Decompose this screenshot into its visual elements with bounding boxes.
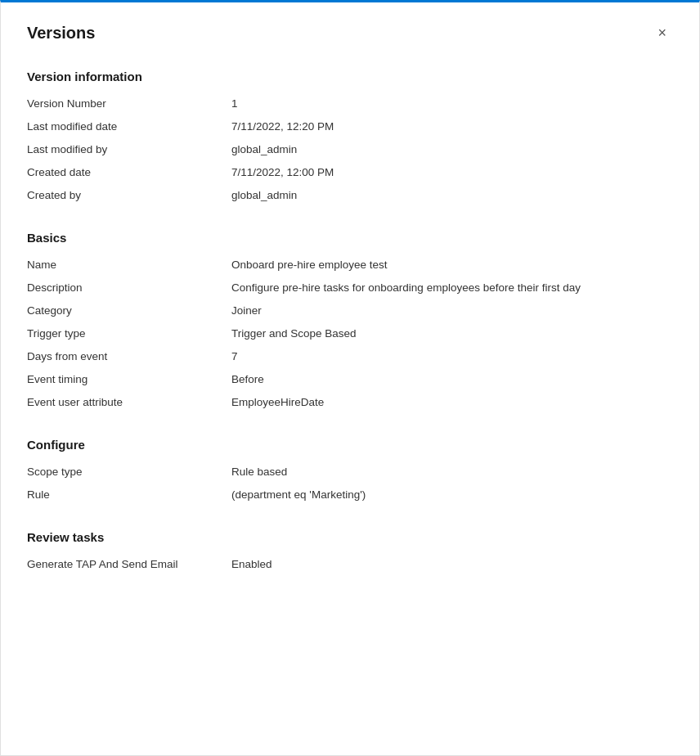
sections-container: Version informationVersion Number1Last m…: [27, 70, 673, 577]
field-value: global_admin: [231, 143, 673, 155]
field-value: EmployeeHireDate: [231, 396, 673, 408]
close-button[interactable]: ×: [651, 22, 673, 43]
field-value: 7/11/2022, 12:20 PM: [231, 120, 673, 133]
field-label: Rule: [27, 488, 231, 501]
field-row: CategoryJoiner: [27, 300, 673, 323]
field-label: Created date: [27, 166, 231, 178]
field-row: Days from event7: [27, 346, 673, 369]
field-label: Last modified date: [27, 120, 231, 133]
field-label: Event timing: [27, 373, 231, 385]
field-label: Last modified by: [27, 143, 231, 155]
field-value: Trigger and Scope Based: [231, 327, 673, 340]
versions-dialog: Versions × Version informationVersion Nu…: [0, 0, 700, 756]
field-row: Version Number1: [27, 93, 673, 116]
field-value: Joiner: [231, 304, 673, 317]
section-configure: ConfigureScope typeRule basedRule(depart…: [27, 438, 673, 507]
field-value: Enabled: [231, 558, 673, 570]
section-version-information: Version informationVersion Number1Last m…: [27, 70, 673, 208]
field-value: Onboard pre-hire employee test: [231, 259, 673, 271]
field-label: Name: [27, 259, 231, 271]
field-row: Generate TAP And Send EmailEnabled: [27, 554, 673, 577]
field-row: Last modified byglobal_admin: [27, 139, 673, 162]
section-review-tasks: Review tasksGenerate TAP And Send EmailE…: [27, 530, 673, 577]
field-row: Event user attributeEmployeeHireDate: [27, 392, 673, 415]
field-value: global_admin: [231, 189, 673, 201]
field-label: Days from event: [27, 350, 231, 362]
dialog-header: Versions ×: [27, 22, 673, 43]
section-title-basics: Basics: [27, 231, 673, 245]
field-row: Event timingBefore: [27, 369, 673, 392]
field-value: (department eq 'Marketing'): [231, 488, 673, 501]
section-title-version-information: Version information: [27, 70, 673, 83]
field-label: Generate TAP And Send Email: [27, 558, 231, 570]
field-row: Scope typeRule based: [27, 461, 673, 484]
field-label: Event user attribute: [27, 396, 231, 408]
section-title-review-tasks: Review tasks: [27, 530, 673, 544]
section-title-configure: Configure: [27, 438, 673, 452]
field-value: Configure pre-hire tasks for onboarding …: [231, 281, 673, 294]
field-value: Rule based: [231, 466, 673, 478]
field-label: Category: [27, 304, 231, 317]
field-row: DescriptionConfigure pre-hire tasks for …: [27, 277, 673, 300]
field-value: 7/11/2022, 12:00 PM: [231, 166, 673, 178]
field-label: Description: [27, 281, 231, 294]
field-value: 7: [231, 350, 673, 362]
field-row: Created byglobal_admin: [27, 185, 673, 208]
field-label: Scope type: [27, 466, 231, 478]
field-label: Trigger type: [27, 327, 231, 340]
field-value: Before: [231, 373, 673, 385]
field-value: 1: [231, 97, 673, 110]
field-row: Created date7/11/2022, 12:00 PM: [27, 162, 673, 185]
section-basics: BasicsNameOnboard pre-hire employee test…: [27, 231, 673, 415]
field-label: Created by: [27, 189, 231, 201]
field-row: Rule(department eq 'Marketing'): [27, 484, 673, 507]
field-row: Trigger typeTrigger and Scope Based: [27, 323, 673, 346]
dialog-title: Versions: [27, 24, 95, 43]
field-row: Last modified date7/11/2022, 12:20 PM: [27, 116, 673, 139]
field-label: Version Number: [27, 97, 231, 110]
field-row: NameOnboard pre-hire employee test: [27, 254, 673, 277]
